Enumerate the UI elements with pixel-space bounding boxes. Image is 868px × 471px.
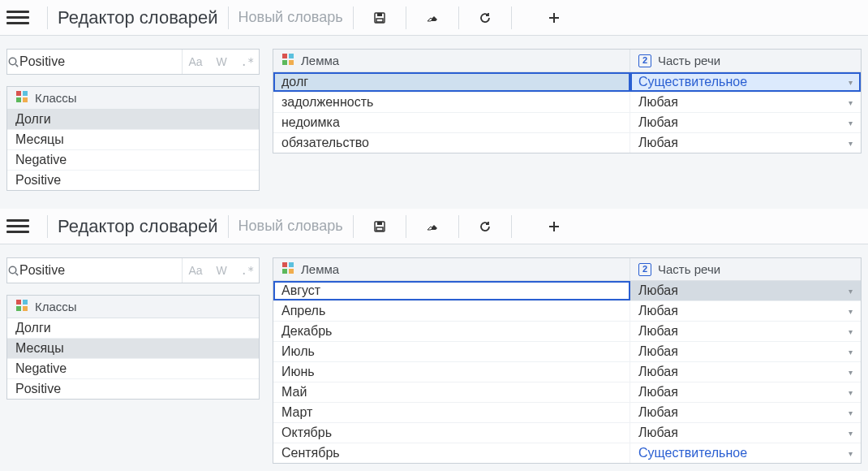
cell-lemma[interactable]: Декабрь <box>273 322 630 341</box>
separator <box>406 6 406 29</box>
cell-pos[interactable]: Любая▾ <box>630 322 861 341</box>
table-row[interactable]: долгСуществительное▾ <box>273 72 861 93</box>
column-pos[interactable]: 2 Часть речи <box>630 50 861 71</box>
cell-lemma[interactable]: Июнь <box>273 362 630 382</box>
dropdown-caret-icon[interactable]: ▾ <box>849 119 853 127</box>
menu-icon[interactable] <box>6 6 29 29</box>
table-row[interactable]: задолженностьЛюбая▾ <box>273 93 861 113</box>
cell-pos[interactable]: Любая▾ <box>630 403 861 422</box>
dropdown-caret-icon[interactable]: ▾ <box>849 449 853 458</box>
cell-lemma[interactable]: Апрель <box>273 301 630 321</box>
regex-toggle[interactable]: .* <box>234 50 260 74</box>
cell-lemma[interactable]: Март <box>273 403 630 422</box>
dropdown-caret-icon[interactable]: ▾ <box>849 348 853 356</box>
cell-lemma[interactable]: Июль <box>273 342 630 361</box>
classes-list: КлассыДолгиМесяцыNegativePositive <box>6 86 260 191</box>
separator <box>353 215 354 238</box>
cell-lemma[interactable]: задолженность <box>273 93 630 112</box>
cell-pos[interactable]: Любая▾ <box>630 133 861 153</box>
dropdown-caret-icon[interactable]: ▾ <box>849 78 853 87</box>
cell-lemma[interactable]: долг <box>273 72 630 92</box>
cell-pos[interactable]: Любая▾ <box>630 423 861 443</box>
whole-word-toggle[interactable]: W <box>208 258 234 283</box>
dropdown-caret-icon[interactable]: ▾ <box>849 139 853 148</box>
pos-value: Любая <box>638 405 678 420</box>
table-row[interactable]: МартЛюбая▾ <box>273 403 861 423</box>
dropdown-caret-icon[interactable]: ▾ <box>849 368 853 377</box>
dropdown-caret-icon[interactable]: ▾ <box>849 287 853 296</box>
class-item[interactable]: Месяцы <box>7 130 259 150</box>
cell-pos[interactable]: Любая▾ <box>630 382 861 402</box>
svg-marker-21 <box>428 227 432 230</box>
svg-rect-2 <box>376 19 383 22</box>
svg-rect-32 <box>282 269 287 274</box>
class-item[interactable]: Negative <box>7 359 259 379</box>
search-input[interactable] <box>19 54 182 69</box>
table-row[interactable]: СентябрьСуществительное▾ <box>273 443 861 463</box>
column-pos[interactable]: 2 Часть речи <box>630 258 861 280</box>
dropdown-caret-icon[interactable]: ▾ <box>849 408 853 417</box>
class-item[interactable]: Долги <box>7 110 259 130</box>
cell-lemma[interactable]: Август <box>273 281 630 300</box>
case-toggle[interactable]: Aa <box>183 258 208 283</box>
table-row[interactable]: ИюльЛюбая▾ <box>273 342 861 362</box>
cell-pos[interactable]: Любая▾ <box>630 281 861 300</box>
dropdown-caret-icon[interactable]: ▾ <box>849 429 853 438</box>
search-filters: Aa W .* <box>182 50 260 74</box>
svg-rect-18 <box>377 222 382 225</box>
table-row[interactable]: ДекабрьЛюбая▾ <box>273 322 861 342</box>
cell-lemma[interactable]: Май <box>273 382 630 402</box>
column-lemma[interactable]: Лемма <box>273 258 630 280</box>
dictionary-editor-panel: Редактор словарей Новый словарь Aa W .* … <box>0 209 868 471</box>
save-button[interactable] <box>363 215 396 238</box>
case-toggle[interactable]: Aa <box>183 50 208 74</box>
table-row[interactable]: недоимкаЛюбая▾ <box>273 113 861 133</box>
table-row[interactable]: обязательствоЛюбая▾ <box>273 133 861 153</box>
add-button[interactable] <box>538 215 570 238</box>
svg-rect-15 <box>282 60 287 65</box>
column-lemma[interactable]: Лемма <box>273 50 630 71</box>
save-button[interactable] <box>363 6 396 29</box>
class-item[interactable]: Negative <box>7 150 259 171</box>
dropdown-caret-icon[interactable]: ▾ <box>849 327 853 336</box>
table-row[interactable]: АпрельЛюбая▾ <box>273 301 861 322</box>
add-button[interactable] <box>538 6 570 29</box>
erase-button[interactable] <box>416 6 449 29</box>
cell-pos[interactable]: Любая▾ <box>630 93 861 112</box>
table-row[interactable]: МайЛюбая▾ <box>273 382 861 403</box>
whole-word-toggle[interactable]: W <box>208 50 234 74</box>
separator <box>228 6 229 29</box>
table-row[interactable]: ИюньЛюбая▾ <box>273 362 861 382</box>
cell-pos[interactable]: Существительное▾ <box>630 72 861 92</box>
search-input[interactable] <box>19 263 182 278</box>
cell-pos[interactable]: Любая▾ <box>630 362 861 382</box>
search-box: Aa W .* <box>6 49 260 75</box>
class-item[interactable]: Positive <box>7 171 259 190</box>
column-pos-label: Часть речи <box>658 262 720 276</box>
dropdown-caret-icon[interactable]: ▾ <box>849 307 853 316</box>
cell-lemma[interactable]: недоимка <box>273 113 630 132</box>
cell-lemma[interactable]: Сентябрь <box>273 443 630 463</box>
svg-rect-14 <box>289 54 294 58</box>
cell-pos[interactable]: Любая▾ <box>630 301 861 321</box>
cell-lemma[interactable]: обязательство <box>273 133 630 153</box>
dropdown-caret-icon[interactable]: ▾ <box>849 388 853 397</box>
cell-pos[interactable]: Существительное▾ <box>630 443 861 463</box>
svg-rect-12 <box>23 97 28 102</box>
table-row[interactable]: ОктябрьЛюбая▾ <box>273 423 861 443</box>
class-item[interactable]: Месяцы <box>7 339 259 359</box>
cell-lemma[interactable]: Октябрь <box>273 423 630 443</box>
table-row[interactable]: АвгустЛюбая▾ <box>273 281 861 301</box>
erase-button[interactable] <box>416 215 449 238</box>
refresh-button[interactable] <box>469 6 501 29</box>
class-item[interactable]: Positive <box>7 379 259 399</box>
table-header: Лемма 2 Часть речи <box>273 50 861 72</box>
class-item[interactable]: Долги <box>7 318 259 339</box>
refresh-button[interactable] <box>469 215 501 238</box>
svg-marker-4 <box>428 18 432 21</box>
cell-pos[interactable]: Любая▾ <box>630 113 861 132</box>
dropdown-caret-icon[interactable]: ▾ <box>849 98 853 107</box>
menu-icon[interactable] <box>6 215 29 238</box>
regex-toggle[interactable]: .* <box>234 258 260 283</box>
cell-pos[interactable]: Любая▾ <box>630 342 861 361</box>
